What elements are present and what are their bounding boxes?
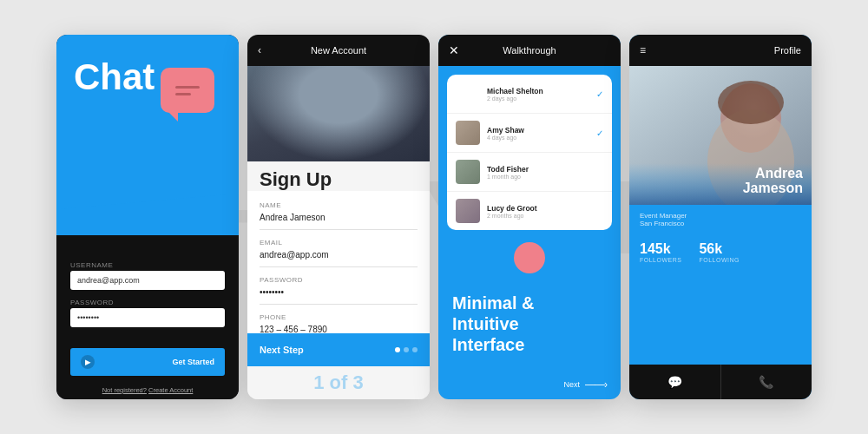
profile-location: San Francisco xyxy=(640,220,801,227)
profile-first-name: Andrea xyxy=(743,166,803,181)
contact-time-3: 1 month ago xyxy=(487,174,603,180)
contact-name-2: Amy Shaw xyxy=(487,126,589,135)
contact-info-3: Todd Fisher 1 month ago xyxy=(487,165,603,180)
create-account-link[interactable]: Create Account xyxy=(148,386,193,394)
followers-count: 145k xyxy=(640,241,681,257)
followers-label: FOLLOWERS xyxy=(640,257,681,263)
stat-following: 56k FOLLOWING xyxy=(699,241,740,263)
arrow-icon: ▶ xyxy=(81,355,95,369)
dot-1 xyxy=(395,347,400,352)
s2-password-input[interactable]: •••••••• xyxy=(260,286,418,297)
next-step-button[interactable]: Next Step xyxy=(260,345,304,355)
contact-item-4[interactable]: Lucy de Groot 2 months ago xyxy=(447,192,612,230)
page-number: 1 of 3 xyxy=(247,366,430,399)
not-registered-text: Not registered? Create Account xyxy=(70,386,225,394)
bubble-line-1 xyxy=(175,86,200,89)
screen2-form: NAME Andrea Jameson EMAIL andrea@app.com… xyxy=(247,191,430,333)
password-input[interactable]: •••••••• xyxy=(70,308,225,327)
name-input[interactable]: Andrea Jameson xyxy=(260,211,418,222)
screen1-form: USERNAME andrea@app.com PASSWORD •••••••… xyxy=(56,235,239,399)
contact-item-1[interactable]: Michael Shelton 2 days ago ✓ xyxy=(447,75,612,114)
following-label: FOLLOWING xyxy=(699,257,740,263)
phone-label: PHONE xyxy=(260,313,418,321)
contact-avatar-1 xyxy=(456,82,480,106)
contact-info-1: Michael Shelton 2 days ago xyxy=(487,87,589,102)
next-label: Next xyxy=(563,380,580,389)
name-field: NAME Andrea Jameson xyxy=(260,201,418,230)
get-started-button[interactable]: ▶ Get Started xyxy=(70,348,225,376)
get-started-label: Get Started xyxy=(172,358,214,366)
contacts-card: Michael Shelton 2 days ago ✓ Amy Shaw 4 … xyxy=(447,75,612,230)
contact-item-2[interactable]: Amy Shaw 4 days ago ✓ xyxy=(447,114,612,153)
contact-name-3: Todd Fisher xyxy=(487,165,603,174)
screen-login: Chat USERNAME andrea@app.com PASSWORD ••… xyxy=(56,35,239,399)
screen3-title: Walkthrough xyxy=(503,45,556,56)
username-group: USERNAME andrea@app.com xyxy=(70,261,225,290)
screen1-top: Chat xyxy=(56,35,239,235)
chat-title: Chat xyxy=(74,59,155,95)
contact-time-4: 2 months ago xyxy=(487,213,603,219)
profile-info: Event Manager San Francisco xyxy=(629,205,812,234)
username-input[interactable]: andrea@app.com xyxy=(70,271,225,290)
s2-password-label: PASSWORD xyxy=(260,276,418,284)
screen4-header: ≡ Profile xyxy=(629,35,812,66)
phone-icon: 📞 xyxy=(759,375,773,389)
email-label: EMAIL xyxy=(260,239,418,247)
profile-name-overlay: Andrea Jameson xyxy=(743,166,803,196)
password-label: PASSWORD xyxy=(70,299,225,306)
dot-3 xyxy=(412,347,418,352)
close-button[interactable]: ✕ xyxy=(449,43,459,57)
bubble-line-2 xyxy=(175,93,191,95)
screen-walkthrough: ✕ Walkthrough Michael Shelton 2 days ago… xyxy=(438,35,621,399)
screen2-header: ‹ New Account xyxy=(247,35,430,66)
password-group: PASSWORD •••••••• xyxy=(70,299,225,327)
screen2-hero xyxy=(247,66,430,161)
profile-stats: 145k FOLLOWERS 56k FOLLOWING xyxy=(629,234,812,270)
next-button[interactable]: Next ——› xyxy=(452,378,607,391)
profile-photo: Andrea Jameson xyxy=(629,66,812,205)
dot-2 xyxy=(404,347,409,352)
next-arrow-icon: ——› xyxy=(585,378,607,391)
screen4-title: Profile xyxy=(774,45,801,56)
screen-profile: ≡ Profile xyxy=(629,35,812,399)
profile-last-name: Jameson xyxy=(743,181,803,196)
call-button[interactable]: 📞 xyxy=(721,365,812,399)
phone-field: PHONE 123 – 456 – 7890 xyxy=(260,313,418,333)
contact-item-3[interactable]: Todd Fisher 1 month ago xyxy=(447,153,612,192)
screen2-title: New Account xyxy=(311,45,366,56)
check-icon-1: ✓ xyxy=(596,89,603,99)
contact-avatar-4 xyxy=(456,199,480,223)
email-input[interactable]: andrea@app.com xyxy=(260,248,418,260)
profile-role: Event Manager xyxy=(640,212,801,220)
following-count: 56k xyxy=(699,241,740,257)
fab-button[interactable] xyxy=(514,242,545,273)
contact-info-2: Amy Shaw 4 days ago xyxy=(487,126,589,141)
contact-time-2: 4 days ago xyxy=(487,135,589,141)
walkthrough-headline: Minimal &IntuitiveInterface xyxy=(452,293,607,355)
mountain-background xyxy=(247,66,430,161)
message-icon: 💬 xyxy=(667,375,682,389)
stat-followers: 145k FOLLOWERS xyxy=(640,241,681,263)
profile-actions: 💬 📞 xyxy=(629,365,812,399)
password-field: PASSWORD •••••••• xyxy=(260,276,418,305)
bubble-lines xyxy=(175,86,200,95)
contact-info-4: Lucy de Groot 2 months ago xyxy=(487,204,603,219)
back-button[interactable]: ‹ xyxy=(258,44,261,56)
screens-container: Chat USERNAME andrea@app.com PASSWORD ••… xyxy=(39,17,829,417)
signup-title: Sign Up xyxy=(247,161,430,191)
menu-button[interactable]: ≡ xyxy=(640,45,646,56)
message-button[interactable]: 💬 xyxy=(629,365,721,399)
screen2-footer: Next Step xyxy=(247,333,430,366)
username-label: USERNAME xyxy=(70,261,225,269)
chat-bubble-icon xyxy=(161,68,214,113)
pagination-dots xyxy=(395,347,418,352)
contact-avatar-2 xyxy=(456,121,480,145)
name-label: NAME xyxy=(260,201,418,209)
contact-time-1: 2 days ago xyxy=(487,95,589,102)
check-icon-2: ✓ xyxy=(596,128,603,138)
contact-name-4: Lucy de Groot xyxy=(487,204,603,213)
contact-name-1: Michael Shelton xyxy=(487,87,589,95)
phone-input[interactable]: 123 – 456 – 7890 xyxy=(260,323,418,333)
email-field: EMAIL andrea@app.com xyxy=(260,239,418,267)
contact-avatar-3 xyxy=(456,160,480,184)
